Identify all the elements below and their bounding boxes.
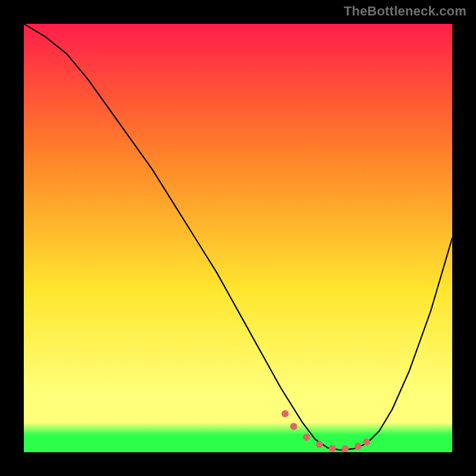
gradient-background bbox=[24, 24, 452, 452]
watermark-text: TheBottleneck.com bbox=[344, 4, 466, 19]
trough-marker bbox=[355, 443, 362, 450]
trough-marker bbox=[342, 445, 349, 452]
trough-marker bbox=[328, 445, 336, 452]
chart-svg bbox=[24, 24, 452, 452]
trough-marker bbox=[290, 423, 298, 430]
plot-area bbox=[24, 24, 452, 452]
trough-marker bbox=[363, 439, 370, 446]
chart-frame: TheBottleneck.com bbox=[0, 0, 476, 476]
trough-marker bbox=[281, 410, 289, 417]
trough-marker bbox=[303, 434, 310, 441]
trough-marker bbox=[316, 441, 323, 448]
